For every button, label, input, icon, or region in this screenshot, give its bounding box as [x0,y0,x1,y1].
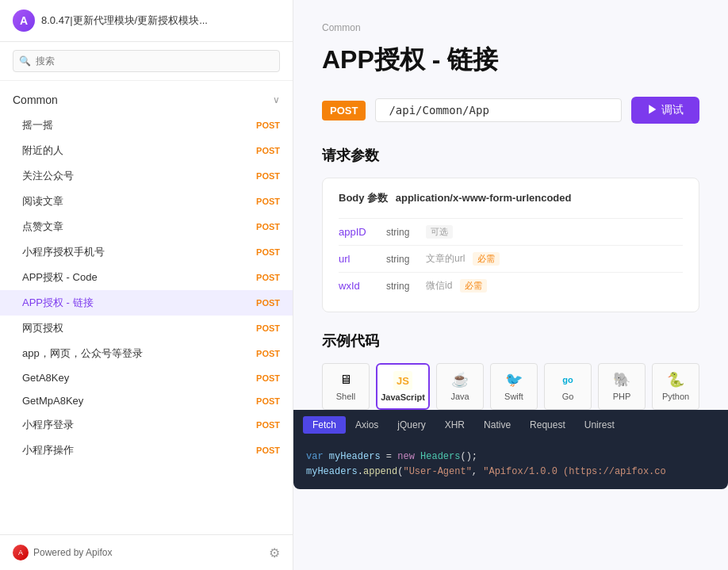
sidebar-item-follow[interactable]: 关注公众号 POST [0,163,293,189]
param-row-url: url string 文章的url 必需 [339,245,683,272]
apifox-logo: A [13,545,29,560]
subtab-xhr[interactable]: XHR [435,416,474,434]
javascript-icon: JS [393,371,412,390]
sidebar-footer: A Powered by Apifox ⚙ [0,534,293,570]
sidebar-content: Common ∨ 摇一摇 POST 附近的人 POST 关注公众号 POST 阅… [0,81,293,534]
python-icon: 🐍 [666,370,685,389]
main-content: Common APP授权 - 链接 POST /api/Common/App ▶… [293,0,728,570]
sidebar-item-nearby[interactable]: 附近的人 POST [0,138,293,163]
param-row-wxid: wxId string 微信id 必需 [339,272,683,299]
sidebar-item-geta8key[interactable]: GetA8Key POST [0,366,293,389]
java-icon: ☕ [450,370,469,389]
tab-javascript[interactable]: JS JavaScript [376,363,430,410]
sidebar-item-miniapp-phone[interactable]: 小程序授权手机号 POST [0,239,293,265]
app-logo: A [13,10,35,32]
tab-shell[interactable]: 🖥 Shell [322,363,370,410]
subtab-axios[interactable]: Axios [346,416,388,434]
sidebar-item-read[interactable]: 阅读文章 POST [0,189,293,214]
params-box: Body 参数 application/x-www-form-urlencode… [322,178,699,312]
example-section: 示例代码 🖥 Shell JS JavaScript ☕ Java 🐦 Swif… [322,331,699,410]
tab-python[interactable]: 🐍 Python [652,363,699,410]
sidebar-item-getmpa8key[interactable]: GetMpA8Key POST [0,389,293,412]
params-section-title: 请求参数 [322,146,699,165]
code-line-2: myHeaders.append("User-Agent", "Apifox/1… [306,465,715,480]
page-title: APP授权 - 链接 [322,43,699,78]
code-tabs-row: 🖥 Shell JS JavaScript ☕ Java 🐦 Swift go [322,363,699,410]
param-row-appid: appID string 可选 [339,218,683,245]
footer-brand: A Powered by Apifox [13,545,112,560]
sidebar-search-container: 🔍 [0,42,293,81]
sidebar-item-miniapp-op[interactable]: 小程序操作 POST [0,438,293,463]
swift-icon: 🐦 [504,370,523,389]
sidebar-item-shake[interactable]: 摇一摇 POST [0,113,293,138]
search-icon: 🔍 [19,55,31,67]
code-body: var myHeaders = new Headers(); myHeaders… [293,440,728,489]
sidebar-header: A 8.0.47|更新代理模块/更新授权模块... [0,0,293,42]
sidebar-item-login[interactable]: app，网页，公众号等登录 POST [0,341,293,366]
sidebar-title: 8.0.47|更新代理模块/更新授权模块... [41,13,208,28]
subtab-jquery[interactable]: jQuery [388,416,435,434]
main-inner: Common APP授权 - 链接 POST /api/Common/App ▶… [293,0,728,410]
sidebar-item-like[interactable]: 点赞文章 POST [0,214,293,239]
sidebar-group-common[interactable]: Common ∨ [0,87,293,113]
tab-go[interactable]: go Go [544,363,592,410]
sidebar-item-miniapp-login[interactable]: 小程序登录 POST [0,412,293,438]
try-button[interactable]: ▶ 调试 [631,97,699,124]
sidebar: A 8.0.47|更新代理模块/更新授权模块... 🔍 Common ∨ 摇一摇… [0,0,293,570]
code-line-1: var myHeaders = new Headers(); [306,449,715,465]
breadcrumb: Common [322,22,699,33]
group-title: Common [13,94,58,106]
tab-java[interactable]: ☕ Java [436,363,484,410]
php-icon: 🐘 [612,370,631,389]
body-label: Body 参数 application/x-www-form-urlencode… [339,191,683,205]
subtab-request[interactable]: Request [520,416,575,434]
body-label-text: Body 参数 [339,192,388,204]
endpoint-path: /api/Common/App [375,98,622,122]
go-icon: go [558,370,577,389]
shell-icon: 🖥 [336,370,355,389]
sidebar-item-app-code[interactable]: APP授权 - Code POST [0,265,293,290]
example-section-title: 示例代码 [322,331,699,350]
tab-swift[interactable]: 🐦 Swift [490,363,538,410]
subtab-unirest[interactable]: Unirest [575,416,624,434]
sidebar-item-app-link[interactable]: APP授权 - 链接 POST [0,290,293,316]
search-input[interactable] [13,50,280,72]
settings-icon[interactable]: ⚙ [269,545,280,560]
chevron-down-icon: ∨ [273,94,280,105]
code-editor: Fetch Axios jQuery XHR Native Request Un… [293,410,728,489]
subtab-native[interactable]: Native [474,416,520,434]
code-subtabs: Fetch Axios jQuery XHR Native Request Un… [293,410,728,440]
subtab-fetch[interactable]: Fetch [303,416,346,434]
body-type: application/x-www-form-urlencoded [396,192,572,204]
search-wrapper: 🔍 [13,50,280,72]
footer-text: Powered by Apifox [33,547,112,558]
sidebar-item-web-auth[interactable]: 网页授权 POST [0,316,293,341]
endpoint-bar: POST /api/Common/App ▶ 调试 [322,97,699,124]
http-method-badge: POST [322,101,366,121]
tab-php[interactable]: 🐘 PHP [598,363,646,410]
